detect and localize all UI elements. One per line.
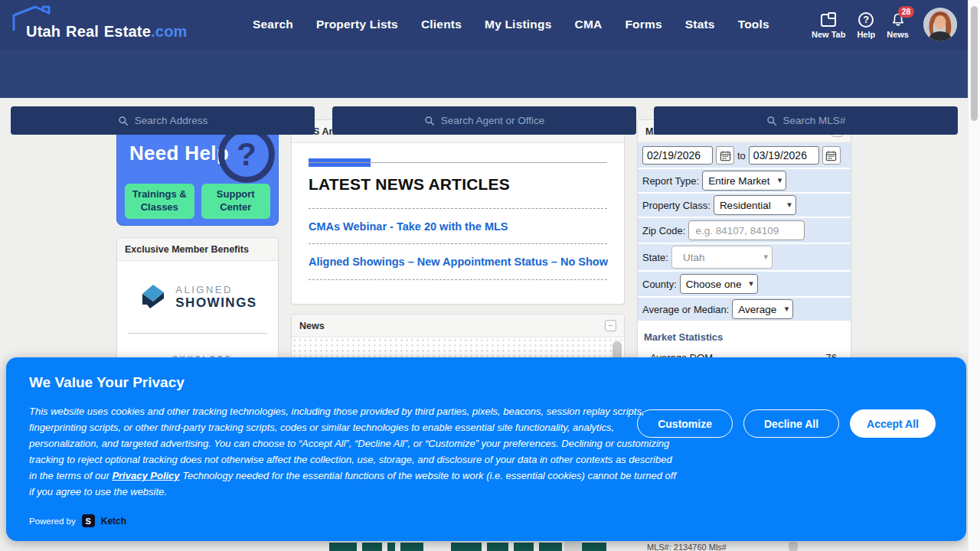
- county-row: County: Choose one: [638, 272, 851, 298]
- results-subtitle: Market Statistics: [638, 330, 851, 349]
- nav-item-tools[interactable]: Tools: [738, 18, 769, 31]
- nav-item-search[interactable]: Search: [253, 18, 293, 31]
- date-range-row: to: [638, 143, 851, 169]
- help-button[interactable]: ? Help: [857, 11, 875, 39]
- article-link[interactable]: CMAs Webinar - Take 20 with the MLS: [309, 220, 508, 233]
- privacy-banner-body: This website uses cookies and other trac…: [29, 403, 680, 500]
- aligned-showings-wordmark: ALIGNED SHOWINGS: [175, 284, 256, 311]
- dashed-divider: [309, 279, 607, 280]
- date-to-input[interactable]: [749, 146, 819, 165]
- page: Utah Real Estate.com Search Property Lis…: [0, 0, 980, 551]
- search-icon: [118, 116, 129, 126]
- address-search-placeholder: Search Address: [135, 115, 207, 126]
- report-type-select[interactable]: Entire Market: [702, 171, 786, 191]
- news-badge: 28: [898, 6, 915, 18]
- support-center-button[interactable]: Support Center: [201, 184, 271, 219]
- county-select[interactable]: Choose one: [680, 274, 758, 294]
- property-class-select[interactable]: Residential: [714, 195, 796, 215]
- new-tab-button[interactable]: New Tab: [812, 11, 845, 39]
- site-logo[interactable]: Utah Real Estate.com: [9, 5, 162, 44]
- member-benefits-title: Exclusive Member Benefits: [125, 244, 249, 255]
- decline-all-button[interactable]: Decline All: [743, 409, 839, 438]
- top-navigation-bar: Utah Real Estate.com Search Property Lis…: [0, 0, 980, 49]
- to-label: to: [737, 150, 746, 161]
- avatar-photo: [923, 8, 957, 41]
- clipped-scrollbar-thumb: [789, 542, 798, 551]
- market-statistics-panel: Market Statistics − to Report Type: Enti…: [637, 119, 851, 375]
- logo-suffix: .com: [151, 23, 187, 40]
- agent-office-search-input[interactable]: Search Agent or Office: [332, 106, 636, 135]
- news-panel-title: News: [299, 321, 325, 331]
- help-label: Help: [857, 30, 875, 39]
- logo-wordmark: Utah Real Estate.com: [26, 23, 188, 41]
- report-type-row: Report Type: Entire Market: [638, 169, 851, 194]
- mls-announcements-panel: MLS Announcements LATEST NEWS ARTICLES C…: [291, 119, 625, 305]
- privacy-banner-title: We Value Your Privacy: [29, 374, 185, 391]
- report-type-label: Report Type:: [642, 175, 699, 187]
- accept-all-button[interactable]: Accept All: [850, 409, 936, 438]
- rule-line: [309, 162, 607, 163]
- powered-by-label: Powered by: [29, 517, 76, 526]
- mls-number-search-input[interactable]: Search MLS#: [654, 106, 958, 135]
- main-nav: Search Property Lists Clients My Listing…: [253, 0, 769, 49]
- average-median-row: Average or Median: Average: [638, 298, 851, 322]
- bell-icon: 28: [890, 11, 906, 28]
- powered-by-ketch[interactable]: Powered by S Ketch: [29, 514, 126, 527]
- state-select[interactable]: Utah: [671, 246, 773, 269]
- trainings-classes-button[interactable]: Trainings & Classes: [125, 184, 194, 219]
- address-search-input[interactable]: Search Address: [11, 106, 315, 135]
- quick-search-bar: Search Address Search Agent or Office Se…: [0, 49, 980, 98]
- privacy-policy-link[interactable]: Privacy Policy: [112, 470, 179, 481]
- collapse-icon[interactable]: −: [605, 320, 616, 331]
- nav-item-forms[interactable]: Forms: [625, 18, 662, 31]
- nav-item-cma[interactable]: CMA: [574, 18, 602, 31]
- calendar-icon[interactable]: [716, 146, 734, 165]
- article-link[interactable]: Aligned Showings – New Appointment Statu…: [309, 256, 608, 268]
- nav-item-clients[interactable]: Clients: [421, 18, 462, 31]
- search-icon: [424, 116, 435, 126]
- zip-code-row: Zip Code:: [638, 218, 851, 244]
- cookie-consent-banner: We Value Your Privacy This website uses …: [6, 357, 966, 541]
- state-label: State:: [642, 252, 668, 263]
- news-button[interactable]: 28 News: [887, 11, 909, 39]
- news-label: News: [887, 30, 909, 39]
- date-from-input[interactable]: [642, 146, 713, 165]
- average-median-label: Average or Median:: [642, 304, 729, 315]
- need-help-title: Need Help: [129, 142, 229, 165]
- county-label: County:: [642, 279, 677, 290]
- ketch-logo-icon: S: [82, 514, 95, 527]
- header-actions: New Tab ? Help 28 News: [812, 0, 957, 49]
- new-tab-icon: [820, 11, 837, 28]
- agent-office-search-placeholder: Search Agent or Office: [441, 115, 545, 126]
- aligned-showings-icon: [138, 282, 168, 312]
- aligned-showings-link[interactable]: ALIGNED SHOWINGS: [117, 261, 278, 333]
- zip-code-label: Zip Code:: [642, 225, 685, 236]
- average-median-select[interactable]: Average: [732, 299, 793, 319]
- calendar-icon[interactable]: [822, 146, 841, 165]
- latest-news-headline: LATEST NEWS ARTICLES: [309, 175, 510, 194]
- page-scrollbar-thumb[interactable]: [971, 6, 978, 121]
- dashed-divider: [309, 243, 607, 244]
- help-icon: ?: [858, 11, 874, 28]
- logo-main: Utah Real Estate: [26, 23, 151, 40]
- dashed-divider: [309, 208, 607, 209]
- search-icon: [766, 116, 777, 126]
- clipped-mls-text: MLS#: 2134760 Mls#: [647, 543, 727, 551]
- page-scrollbar: [968, 0, 980, 551]
- user-avatar[interactable]: [923, 8, 957, 41]
- nav-item-my-listings[interactable]: My Listings: [485, 18, 551, 31]
- mls-number-search-placeholder: Search MLS#: [783, 115, 846, 126]
- state-row: State: Utah: [638, 244, 851, 272]
- property-class-row: Property Class: Residential: [638, 194, 851, 218]
- new-tab-label: New Tab: [812, 30, 845, 39]
- property-class-label: Property Class:: [642, 200, 710, 211]
- clipped-panel-edge: [564, 541, 581, 551]
- zip-code-input[interactable]: [688, 220, 805, 240]
- customize-button[interactable]: Customize: [637, 409, 733, 438]
- nav-item-property-lists[interactable]: Property Lists: [316, 18, 398, 31]
- ketch-name: Ketch: [101, 516, 126, 527]
- nav-item-stats[interactable]: Stats: [685, 18, 715, 31]
- need-help-card: Need Help ? Trainings & Classes Support …: [116, 121, 279, 226]
- question-mark-icon: ?: [218, 126, 275, 183]
